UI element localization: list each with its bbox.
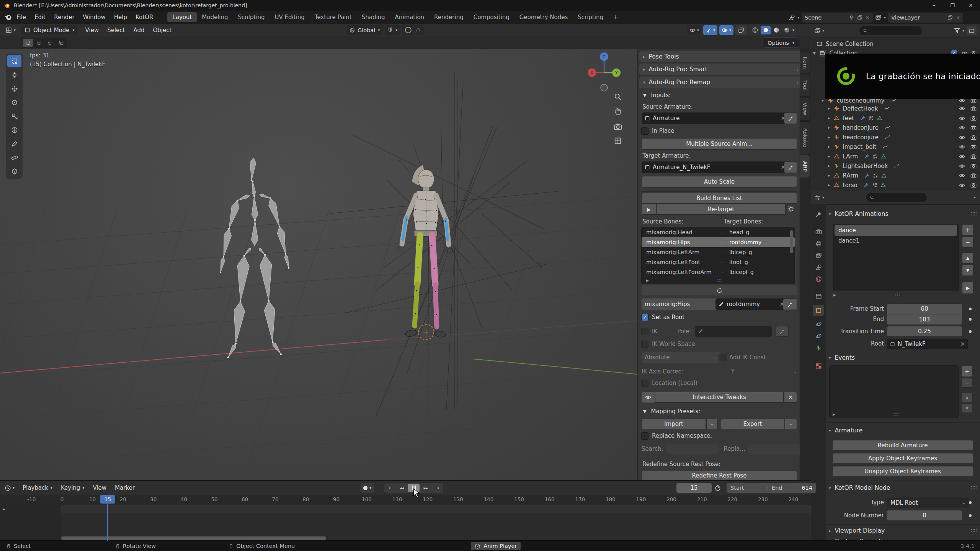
camera-icon[interactable] xyxy=(970,153,977,160)
overlays-toggle[interactable]: ▾ xyxy=(719,25,733,35)
add-event-button[interactable]: + xyxy=(961,366,973,377)
select-extend-icon[interactable] xyxy=(34,39,44,47)
properties-editor-chevron[interactable]: ▾ xyxy=(822,196,824,199)
frame-start-field[interactable]: 60 xyxy=(887,304,962,314)
menu-help[interactable]: Help xyxy=(110,14,131,21)
tab-modeling[interactable]: Modeling xyxy=(197,12,233,22)
auto-scale-button[interactable]: Auto Scale xyxy=(642,176,797,187)
proportional-edit-group[interactable] xyxy=(402,25,424,35)
tab-rendering[interactable]: Rendering xyxy=(429,12,469,22)
list-resize-grip[interactable]: ∷∷ xyxy=(717,278,722,283)
animation-row-selected[interactable]: dance xyxy=(835,225,957,236)
remove-view-layer-icon[interactable]: × xyxy=(956,15,960,20)
tweaks-eye-button[interactable] xyxy=(642,392,655,403)
eye-icon[interactable] xyxy=(959,125,965,131)
multiple-source-anim-button[interactable]: Multiple Source Anim... xyxy=(642,138,797,150)
expand-icon[interactable]: ▸ xyxy=(828,116,830,121)
expand-icon[interactable]: ▸ xyxy=(828,135,830,140)
measure-tool[interactable] xyxy=(7,151,21,164)
drag-grip-icon[interactable]: ∷∷ xyxy=(971,484,977,491)
add-workspace-button[interactable]: + xyxy=(608,12,623,22)
outliner-editor-chevron[interactable]: ▾ xyxy=(822,29,824,33)
tab-animation[interactable]: Animation xyxy=(390,12,429,22)
in-place-row[interactable]: In Place xyxy=(642,127,675,134)
list-resize-grip[interactable]: ∷∷ xyxy=(893,412,898,417)
events-list[interactable] xyxy=(830,366,958,418)
scene-type-chevron[interactable]: ▾ xyxy=(797,16,799,20)
expand-icon[interactable]: ▸ xyxy=(828,173,830,178)
move-tool[interactable] xyxy=(7,82,21,95)
object-row-torso[interactable]: ▸torso xyxy=(811,180,980,190)
clear-root-icon[interactable]: × xyxy=(960,341,965,347)
current-frame-field[interactable]: 15 xyxy=(676,483,712,493)
source-eyedropper-button[interactable] xyxy=(784,112,797,124)
transition-keyframe-dot[interactable] xyxy=(969,330,972,333)
apply-object-keyframes-button[interactable]: Apply Object Keyframes xyxy=(832,453,973,464)
animation-row[interactable]: dance1 xyxy=(833,236,958,246)
recording-notification[interactable]: La grabación se ha iniciado xyxy=(825,54,980,99)
snap-chevron[interactable]: ▾ xyxy=(395,28,397,32)
object-row-handconjure[interactable]: ▸handconjure xyxy=(811,123,980,132)
pan-hand-icon[interactable] xyxy=(615,109,621,115)
transform-orientation[interactable]: Global ▾ xyxy=(346,25,383,35)
remove-animation-button[interactable]: − xyxy=(962,236,973,248)
tab-uv-editing[interactable]: UV Editing xyxy=(270,12,310,22)
location-local-checkbox[interactable] xyxy=(642,380,648,386)
menu-kotor[interactable]: KotOR xyxy=(131,14,157,21)
pin-icon[interactable] xyxy=(849,15,854,20)
timeline-scrollbar[interactable] xyxy=(61,536,326,540)
scale-tool[interactable] xyxy=(7,110,21,122)
cursor-tool[interactable] xyxy=(7,68,21,81)
arp-remap-panel-header[interactable]: ▾Auto-Rig Pro: Remap∷∷ xyxy=(639,77,800,88)
node-number-field[interactable]: 0 xyxy=(887,510,962,520)
unlink-scene-icon[interactable]: × xyxy=(866,15,870,20)
end-field[interactable]: 103 xyxy=(887,314,962,324)
zoom-icon[interactable] xyxy=(615,94,621,100)
menu-render[interactable]: Render xyxy=(50,14,78,21)
expand-icon[interactable]: ▸ xyxy=(828,163,830,168)
viewport-menu-object[interactable]: Object xyxy=(149,27,176,34)
import-preset-chevron[interactable]: ⌄ xyxy=(706,419,718,429)
camera-icon[interactable] xyxy=(970,134,977,140)
scene-tab-icon[interactable] xyxy=(815,264,822,271)
bone-row[interactable]: mixamorig:LeftFoot ⌄ lfoot_g xyxy=(642,257,795,267)
list-expand-icon[interactable]: ▶ xyxy=(833,293,836,297)
output-tab-icon[interactable] xyxy=(815,240,822,247)
tool-tab-icon[interactable] xyxy=(815,211,822,218)
timeline-menu-marker[interactable]: Marker xyxy=(111,484,139,491)
source-armature-skeleton[interactable] xyxy=(220,158,289,358)
menu-window[interactable]: Window xyxy=(79,14,110,21)
expand-icon[interactable]: ▸ xyxy=(828,183,830,187)
minimize-button[interactable]: – xyxy=(925,2,943,9)
move-animation-up-button[interactable]: ▲ xyxy=(962,253,973,264)
move-event-down-button[interactable]: ▼ xyxy=(961,403,973,413)
tab-layout[interactable]: Layout xyxy=(167,12,197,22)
replace-namespace-row[interactable]: Replace Namespace: xyxy=(642,432,712,439)
object-tab-icon-active[interactable] xyxy=(813,305,824,316)
options-button[interactable]: Options ▾ xyxy=(763,37,799,48)
frame-start-keyframe-dot[interactable] xyxy=(969,308,972,310)
list-expand-icon[interactable]: ▶ xyxy=(646,279,649,282)
wireframe-shading-icon[interactable] xyxy=(750,27,760,33)
tab-shading[interactable]: Shading xyxy=(357,12,390,22)
outliner-editor-icon[interactable] xyxy=(814,28,821,34)
use-preview-range-icon[interactable] xyxy=(714,484,721,491)
anim-player-status[interactable]: Anim Player xyxy=(471,542,521,550)
arp-smart-panel-header[interactable]: ▸Auto-Rig Pro: Smart∷∷ xyxy=(639,64,800,75)
view-layer-field[interactable]: ViewLayer × xyxy=(888,13,963,23)
camera-icon[interactable] xyxy=(970,106,977,112)
collection-tab-icon[interactable] xyxy=(815,293,822,300)
channel-expand-icon[interactable]: ▸ xyxy=(3,507,5,512)
material-shading-icon[interactable] xyxy=(772,27,781,33)
target-armature-field[interactable]: Armature_N_TwilekF × xyxy=(642,161,789,173)
expand-icon[interactable]: ▸ xyxy=(828,154,830,159)
close-button[interactable]: × xyxy=(962,2,980,9)
bone-row[interactable]: mixamorig:LeftForeArm ⌄ lbicepl_g xyxy=(642,267,795,277)
select-intersect-icon[interactable] xyxy=(56,39,66,47)
target-character-mesh[interactable] xyxy=(398,165,452,340)
rendered-shading-icon[interactable] xyxy=(782,27,791,33)
auto-key-chevron[interactable]: ▾ xyxy=(369,486,371,490)
auto-key-record-icon[interactable] xyxy=(363,486,368,490)
object-row-headconjure[interactable]: ▸headconjure xyxy=(811,132,980,142)
ik-checkbox[interactable] xyxy=(642,328,648,335)
